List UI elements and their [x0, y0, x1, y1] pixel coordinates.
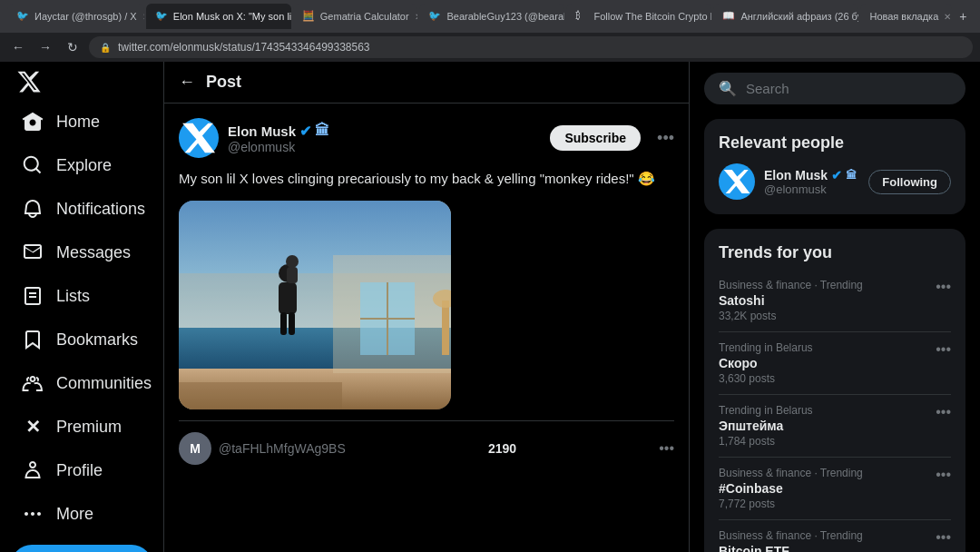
following-button[interactable]: Following [868, 170, 951, 194]
author-avatar [179, 118, 219, 158]
sidebar-item-lists[interactable]: Lists [11, 276, 152, 316]
person-verified-badge: ✔ [831, 168, 842, 182]
tweet-image [179, 201, 451, 409]
tweet-more-button[interactable]: ••• [657, 129, 674, 148]
tab-favicon-4: 🐦 [428, 10, 441, 23]
person-avatar [719, 163, 755, 200]
svg-rect-9 [442, 301, 449, 355]
tab-label-4: BearableGuy123 (@bearableg... [446, 11, 564, 22]
trend-item-2[interactable]: Trending in Belarus Скоро 3,630 posts ••… [719, 332, 951, 395]
trend-name-5: Bitcoin ETF [719, 544, 863, 552]
trend-item-3[interactable]: Trending in Belarus Эпштейма 1,784 posts… [719, 395, 951, 458]
tab-label-5: Follow The Bitcoin Crypto Me... [593, 11, 711, 22]
trends-title: Trends for you [719, 243, 951, 262]
sidebar-item-notifications[interactable]: Notifications [11, 189, 152, 229]
trend-more-1[interactable]: ••• [936, 279, 951, 295]
back-arrow-icon[interactable]: ← [179, 73, 195, 92]
trend-category-2: Trending in Belarus [719, 341, 813, 354]
sidebar-premium-label: Premium [56, 418, 122, 437]
address-text: twitter.com/elonmusk/status/174354334649… [118, 41, 370, 54]
tab-6[interactable]: 📖 Английский афраиз (26 букв... ✕ [713, 4, 858, 29]
forward-button[interactable]: → [34, 36, 56, 58]
sidebar-notifications-label: Notifications [56, 200, 145, 219]
back-button[interactable]: ← [7, 36, 29, 58]
person-name: Elon Musk ✔ 🏛 [764, 168, 859, 182]
person-avatar-icon [722, 167, 751, 196]
trend-name-2: Скоро [719, 356, 813, 370]
reply-handle: @taFHLhMfgWAg9BS [219, 441, 346, 456]
svg-point-15 [286, 255, 299, 268]
trend-category-3: Trending in Belarus [719, 404, 813, 417]
tab-7[interactable]: Новая вкладка ✕ [860, 4, 951, 29]
explore-icon [22, 154, 44, 176]
author-info: Elon Musk ✔ 🏛 @elonmusk [228, 123, 541, 154]
trend-item-1[interactable]: Business & finance · Trending Satoshi 33… [719, 270, 951, 332]
home-svg [22, 111, 44, 133]
tab-4[interactable]: 🐦 BearableGuy123 (@bearableg... ✕ [419, 4, 564, 29]
trend-posts-1: 33,2K posts [719, 310, 863, 322]
trend-more-2[interactable]: ••• [936, 341, 951, 358]
sidebar-profile-label: Profile [56, 461, 103, 480]
sidebar-explore-label: Explore [56, 156, 112, 175]
tab-1[interactable]: 🐦 Иаyctar (@throsgb) / X ✕ [7, 4, 144, 29]
new-tab-button[interactable]: + [954, 5, 973, 27]
post-button[interactable]: Post [11, 545, 152, 552]
svg-rect-12 [279, 282, 297, 314]
tweet-image-svg [179, 201, 451, 409]
more-icon [22, 503, 44, 525]
relevant-people-title: Relevant people [719, 133, 951, 153]
communities-icon [22, 372, 44, 394]
tab-label-7: Новая вкладка [869, 11, 938, 22]
post-header-title: Post [206, 73, 241, 92]
trend-name-4: #Coinbase [719, 481, 863, 496]
subscribe-button[interactable]: Subscribe [550, 125, 641, 151]
profile-icon [22, 459, 44, 481]
reply-more-button[interactable]: ••• [659, 440, 674, 457]
post-body: Elon Musk ✔ 🏛 @elonmusk Subscribe ••• My… [164, 104, 689, 552]
trend-info-5: Business & finance · Trending Bitcoin ET… [719, 529, 863, 552]
sidebar-item-more[interactable]: More [11, 494, 152, 534]
tab-favicon-3: 🧮 [302, 10, 315, 23]
person-handle: @elonmusk [764, 182, 859, 196]
reply-stats: 2190 [488, 441, 516, 456]
sidebar-item-home[interactable]: Home [11, 102, 152, 142]
tab-close-7[interactable]: ✕ [944, 12, 951, 22]
sidebar-bookmarks-label: Bookmarks [56, 330, 138, 350]
tab-close-3[interactable]: ✕ [415, 12, 418, 22]
sidebar-item-profile[interactable]: Profile [11, 450, 152, 490]
trend-more-5[interactable]: ••• [936, 529, 951, 546]
sidebar-item-premium[interactable]: ✕ Premium [11, 407, 152, 447]
author-name: Elon Musk ✔ 🏛 [228, 123, 541, 140]
tab-label-3: Gematria Calculator [320, 11, 409, 22]
sidebar-item-bookmarks[interactable]: Bookmarks [11, 320, 152, 360]
tab-5[interactable]: ₿ Follow The Bitcoin Crypto Me... ✕ [566, 4, 711, 29]
trend-more-4[interactable]: ••• [936, 467, 951, 483]
trend-item-5[interactable]: Business & finance · Trending Bitcoin ET… [719, 520, 951, 552]
search-icon: 🔍 [719, 80, 737, 97]
tab-favicon-2: 🐦 [155, 10, 168, 23]
search-input[interactable] [746, 81, 951, 96]
sidebar-item-messages[interactable]: Messages [11, 232, 152, 272]
sidebar-home-label: Home [56, 113, 100, 132]
bookmarks-svg [22, 329, 44, 350]
notifications-svg [22, 198, 44, 220]
trend-info-1: Business & finance · Trending Satoshi 33… [719, 279, 863, 322]
x-logo[interactable] [11, 69, 47, 94]
search-bar[interactable]: 🔍 [704, 73, 965, 104]
trend-item-4[interactable]: Business & finance · Trending #Coinbase … [719, 458, 951, 520]
trend-category-5: Business & finance · Trending [719, 529, 863, 542]
trend-more-3[interactable]: ••• [936, 404, 951, 420]
tab-2[interactable]: 🐦 Elon Musk on X: "My son lil X... ✕ [146, 4, 291, 29]
trend-category-1: Business & finance · Trending [719, 279, 863, 291]
messages-svg [22, 242, 44, 263]
tab-favicon-6: 📖 [722, 10, 735, 23]
more-svg [22, 503, 44, 525]
address-bar[interactable]: 🔒 twitter.com/elonmusk/status/1743543346… [89, 36, 973, 58]
sidebar-item-explore[interactable]: Explore [11, 145, 152, 185]
sidebar-item-communities[interactable]: Communities [11, 363, 152, 403]
tab-close-1[interactable]: ✕ [142, 12, 144, 22]
reload-button[interactable]: ↻ [62, 36, 83, 58]
svg-rect-13 [280, 312, 287, 335]
reply-user: M @taFHLhMfgWAg9BS 2190 ••• [179, 432, 674, 465]
tab-3[interactable]: 🧮 Gematria Calculator ✕ [293, 4, 418, 29]
